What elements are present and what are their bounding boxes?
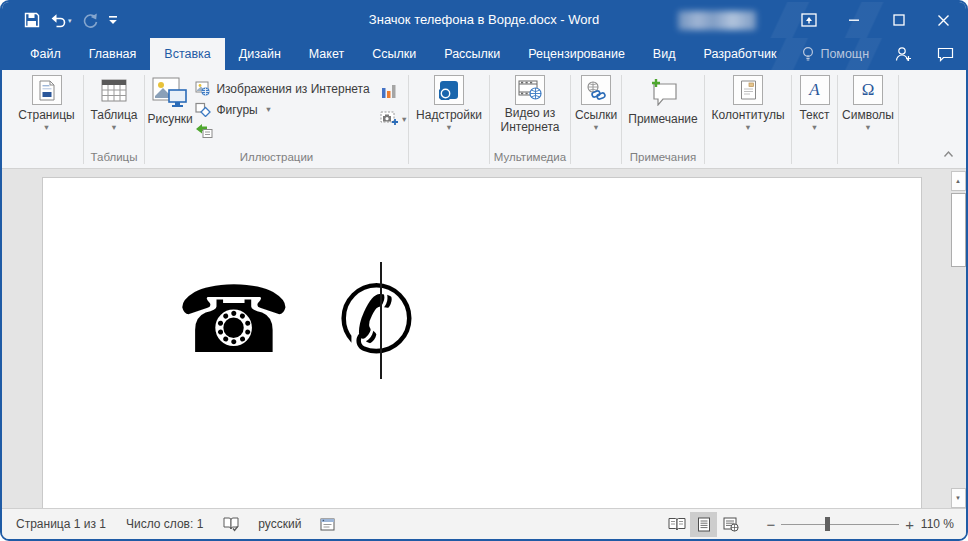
zoom-slider-thumb[interactable] — [825, 517, 830, 531]
zoom-in-button[interactable]: + — [899, 517, 920, 532]
tab-references[interactable]: Ссылки — [358, 38, 430, 70]
tab-design[interactable]: Дизайн — [225, 38, 295, 70]
comment-label: Примечание — [628, 112, 697, 126]
online-video-button[interactable]: Видео из Интернета — [501, 75, 560, 134]
text-icon: А — [809, 80, 819, 100]
tab-mailings[interactable]: Рассылки — [430, 38, 514, 70]
tab-view[interactable]: Вид — [639, 38, 690, 70]
omega-icon: Ω — [862, 80, 875, 100]
online-pictures-icon — [195, 81, 211, 96]
document-page[interactable]: ☎ ✆ — [42, 177, 922, 508]
group-separator — [898, 75, 899, 164]
smartart-button[interactable] — [195, 120, 369, 141]
group-label-links — [571, 151, 621, 168]
scroll-down-button[interactable]: ▼ — [951, 488, 966, 508]
maximize-button[interactable] — [876, 2, 921, 38]
chevron-up-icon — [943, 150, 954, 158]
header-footer-icon — [740, 80, 757, 100]
shapes-label: Фигуры — [216, 103, 257, 117]
save-icon — [24, 12, 40, 28]
table-label: Таблица — [90, 108, 137, 122]
quick-access-toolbar: ▾ — [2, 12, 118, 28]
symbols-label: Символы — [842, 108, 894, 122]
print-layout-button[interactable] — [690, 512, 717, 537]
phone-symbols-text: ☎ ✆ — [176, 262, 423, 378]
screenshot-button[interactable]: ▼ — [380, 111, 408, 126]
window-controls — [786, 2, 966, 38]
zoom-out-button[interactable]: − — [760, 517, 781, 532]
tab-home[interactable]: Главная — [75, 38, 151, 70]
collapse-ribbon-button[interactable] — [943, 144, 954, 162]
tab-insert[interactable]: Вставка — [150, 38, 224, 70]
zoom-level[interactable]: 110 % — [920, 517, 966, 531]
read-mode-button[interactable] — [663, 512, 690, 537]
tab-file[interactable]: Файл — [16, 38, 75, 70]
online-pictures-button[interactable]: Изображения из Интернета — [195, 78, 369, 99]
header-footer-label: Колонтитулы — [711, 108, 784, 122]
group-label-comments: Примечания — [622, 151, 704, 168]
symbols-button[interactable]: Ω Символы ▼ — [842, 75, 894, 132]
shapes-button[interactable]: Фигуры ▼ — [195, 99, 369, 120]
tab-layout[interactable]: Макет — [295, 38, 358, 70]
page-indicator[interactable]: Страница 1 из 1 — [2, 517, 116, 531]
language-indicator[interactable]: русский — [248, 517, 311, 531]
chevron-down-icon: ▼ — [43, 124, 50, 132]
close-button[interactable] — [921, 2, 966, 38]
addins-icon — [439, 80, 459, 100]
user-account-blurred — [678, 11, 756, 30]
chart-button[interactable] — [380, 82, 397, 99]
table-button[interactable]: Таблица ▼ — [90, 75, 137, 132]
macro-record-button[interactable] — [311, 518, 344, 531]
tell-me-box[interactable]: Помощн — [790, 38, 881, 70]
chevron-down-icon: ▼ — [401, 116, 408, 124]
save-button[interactable] — [24, 12, 40, 28]
undo-button[interactable]: ▾ — [50, 13, 72, 28]
print-layout-icon — [697, 517, 711, 532]
vertical-scrollbar[interactable]: ▲ ▼ — [950, 171, 966, 508]
comment-button[interactable]: Примечание — [628, 75, 697, 126]
zoom-slider[interactable] — [781, 517, 899, 531]
group-label-tables: Таблицы — [84, 151, 144, 168]
undo-dropdown-icon[interactable]: ▾ — [68, 14, 72, 28]
chevron-down-icon: ▼ — [110, 124, 117, 132]
comment-icon — [648, 78, 678, 106]
group-label-header-footer — [705, 151, 791, 168]
minimize-button[interactable] — [831, 2, 876, 38]
header-footer-button[interactable]: Колонтитулы ▼ — [711, 75, 784, 132]
proofing-status-button[interactable] — [213, 516, 248, 532]
customize-qat-icon — [108, 13, 118, 27]
customize-qat-button[interactable] — [108, 13, 118, 27]
share-icon[interactable] — [882, 38, 924, 70]
pictures-label: Рисунки — [148, 112, 193, 126]
scrollbar-thumb[interactable] — [951, 193, 966, 267]
lightbulb-icon — [802, 46, 814, 62]
group-label-media: Мультимедиа — [490, 151, 570, 168]
ribbon-display-options-button[interactable] — [786, 2, 831, 38]
chevron-down-icon: ▼ — [864, 124, 871, 132]
ribbon-group-tables: Таблица ▼ Таблицы — [84, 70, 144, 168]
chevron-down-icon: ▼ — [592, 124, 599, 132]
online-video-label-line2: Интернета — [501, 121, 560, 135]
pictures-button[interactable]: Рисунки — [145, 75, 195, 141]
word-count[interactable]: Число слов: 1 — [116, 517, 213, 531]
text-button[interactable]: А Текст ▼ — [799, 75, 829, 132]
ribbon-tab-row: Файл Главная Вставка Дизайн Макет Ссылки… — [2, 38, 966, 70]
tab-developer[interactable]: Разработчик — [689, 38, 790, 70]
web-layout-icon — [723, 517, 739, 532]
redo-button[interactable] — [82, 13, 98, 28]
online-video-icon — [518, 80, 542, 100]
scroll-up-button[interactable]: ▲ — [951, 171, 966, 191]
links-button[interactable]: Ссылки ▼ — [575, 75, 617, 132]
table-icon — [101, 79, 127, 102]
comments-panel-icon[interactable] — [924, 38, 966, 70]
pages-button[interactable]: Страницы ▼ — [18, 75, 74, 132]
ribbon-group-comments: Примечание Примечания — [622, 70, 704, 168]
group-label-symbols — [838, 151, 898, 168]
ribbon-group-text: А Текст ▼ — [792, 70, 837, 168]
shapes-icon — [195, 102, 211, 117]
addins-button[interactable]: Надстройки ▼ — [416, 75, 482, 132]
redo-icon — [82, 13, 98, 28]
web-layout-button[interactable] — [717, 512, 744, 537]
zoom-control: − + — [760, 517, 920, 532]
tab-review[interactable]: Рецензирование — [514, 38, 639, 70]
